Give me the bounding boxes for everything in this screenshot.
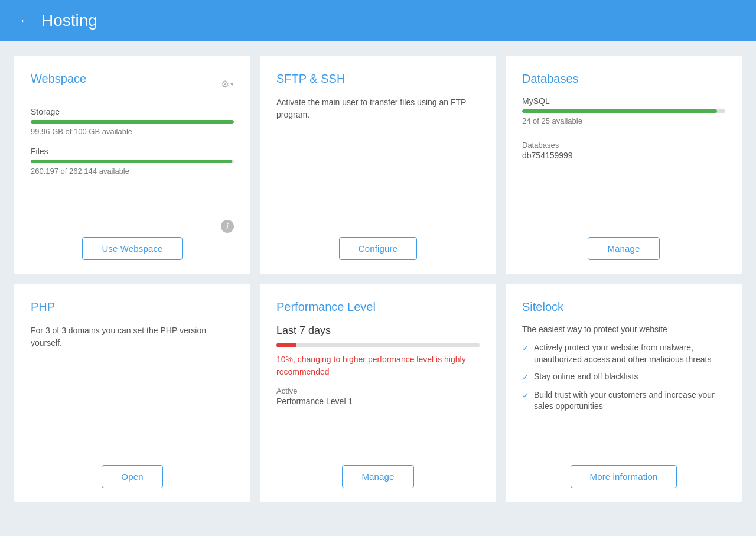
page-title: Hosting [41, 11, 97, 30]
files-progress-bar [31, 160, 234, 163]
performance-level: Performance Level 1 [276, 397, 480, 406]
sitelock-feature-2-text: Stay online and off blacklists [534, 371, 638, 383]
sitelock-feature-3: ✓ Build trust with your customers and in… [522, 389, 725, 412]
mysql-available: 24 of 25 available [522, 116, 725, 125]
storage-text: 99.96 GB of 100 GB available [31, 127, 234, 136]
db-info: Databases db754159999 [522, 141, 725, 160]
webspace-footer: Use Webspace [31, 228, 234, 260]
performance-warning: 10%, changing to higher performance leve… [276, 353, 480, 378]
sitelock-card: Sitelock The easiest way to protect your… [506, 284, 742, 502]
performance-status-label: Active [276, 386, 480, 395]
back-button[interactable]: ← [19, 13, 32, 28]
manage-databases-button[interactable]: Manage [588, 237, 659, 260]
files-label: Files [31, 147, 234, 156]
webspace-card-header: Webspace ⚙ ▾ [31, 72, 234, 96]
sftp-description: Activate the main user to transfer files… [276, 96, 480, 121]
gear-icon: ⚙ [221, 79, 229, 90]
cards-grid: Webspace ⚙ ▾ Storage 99.96 GB of 100 GB … [0, 41, 756, 516]
page-header: ← Hosting [0, 0, 756, 41]
mysql-progress-bar [522, 109, 725, 113]
databases-card: Databases MySQL 24 of 25 available Datab… [506, 56, 742, 274]
open-php-button[interactable]: Open [102, 465, 162, 488]
sitelock-feature-2: ✓ Stay online and off blacklists [522, 371, 725, 384]
databases-footer: Manage [522, 228, 725, 260]
php-card: PHP For 3 of 3 domains you can set the P… [14, 284, 250, 502]
manage-performance-button[interactable]: Manage [342, 465, 413, 488]
sftp-title: SFTP & SSH [276, 72, 480, 86]
chevron-down-icon: ▾ [230, 80, 234, 88]
mysql-label: MySQL [522, 96, 725, 106]
more-information-button[interactable]: More information [571, 465, 677, 488]
performance-progress-bar [276, 343, 480, 347]
php-footer: Open [31, 456, 234, 488]
sitelock-feature-1-text: Actively protect your website from malwa… [534, 342, 725, 365]
gear-dropdown-button[interactable]: ⚙ ▾ [221, 79, 234, 90]
storage-progress-fill [31, 120, 234, 124]
sitelock-footer: More information [522, 456, 725, 488]
performance-footer: Manage [276, 456, 480, 488]
check-icon-1: ✓ [522, 343, 529, 355]
sitelock-feature-1: ✓ Actively protect your website from mal… [522, 342, 725, 365]
php-title: PHP [31, 300, 234, 314]
files-text: 260.197 of 262.144 available [31, 167, 234, 176]
storage-label: Storage [31, 107, 234, 116]
files-progress-fill [31, 160, 232, 163]
performance-period: Last 7 days [276, 324, 480, 337]
performance-title: Performance Level [276, 300, 480, 314]
info-icon[interactable]: i [221, 220, 234, 233]
sitelock-feature-3-text: Build trust with your customers and incr… [534, 389, 725, 412]
mysql-progress-fill [522, 109, 717, 113]
configure-button[interactable]: Configure [339, 237, 417, 260]
check-icon-2: ✓ [522, 372, 529, 384]
use-webspace-button[interactable]: Use Webspace [82, 237, 182, 260]
sitelock-description: The easiest way to protect your website [522, 324, 725, 334]
performance-card: Performance Level Last 7 days 10%, chang… [260, 284, 496, 502]
db-name: db754159999 [522, 151, 725, 160]
sitelock-title: Sitelock [522, 300, 725, 314]
php-description: For 3 of 3 domains you can set the PHP v… [31, 324, 234, 349]
performance-progress-fill [276, 343, 296, 347]
check-icon-3: ✓ [522, 390, 529, 402]
sitelock-features-list: ✓ Actively protect your website from mal… [522, 342, 725, 418]
sftp-footer: Configure [276, 228, 480, 260]
webspace-card: Webspace ⚙ ▾ Storage 99.96 GB of 100 GB … [14, 56, 250, 274]
webspace-title: Webspace [31, 72, 86, 86]
db-section-label: Databases [522, 141, 725, 150]
sftp-card: SFTP & SSH Activate the main user to tra… [260, 56, 496, 274]
databases-title: Databases [522, 72, 725, 86]
storage-progress-bar [31, 120, 234, 124]
